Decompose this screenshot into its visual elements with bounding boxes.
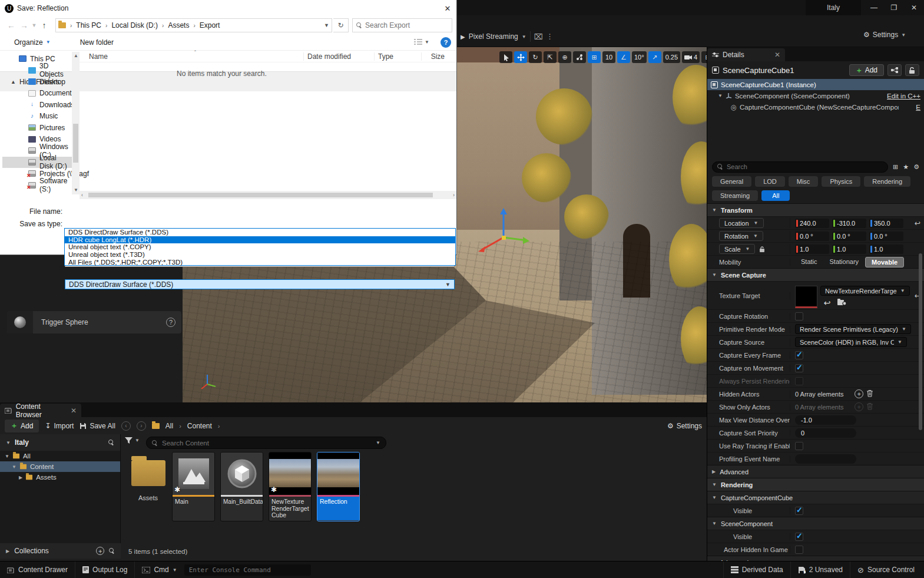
kebab-menu-icon[interactable]: ⋮ [547, 32, 554, 41]
rotation-y-field[interactable]: 0.0 ° [832, 232, 866, 241]
save-as-type-select[interactable]: DDS DirectDraw Surface (*.DDS)▼ [65, 279, 455, 289]
forward-icon[interactable]: › [137, 421, 146, 431]
address-bar[interactable]: › This PC › Local Disk (D:) › Assets › E… [55, 18, 332, 32]
texture-target-thumbnail[interactable] [795, 286, 817, 308]
derived-data-button[interactable]: Derived Data [723, 562, 790, 578]
content-drawer-button[interactable]: Content Drawer [0, 562, 75, 578]
back-icon[interactable]: ‹ [121, 421, 131, 431]
grid-snap-button[interactable]: ⊞ [588, 51, 601, 63]
minimize-button[interactable]: — [864, 0, 884, 15]
sidebar-item-documents[interactable]: Documents [2, 88, 72, 100]
sidebar-item-desktop[interactable]: Desktop [2, 76, 72, 88]
translate-gizmo[interactable] [477, 205, 530, 258]
chip-all[interactable]: All [761, 190, 790, 201]
forward-icon[interactable]: → [18, 21, 31, 30]
reset-location-button[interactable]: ↩ [915, 219, 920, 227]
rotate-tool-button[interactable]: ↻ [529, 51, 542, 63]
scroll-up-icon[interactable]: ▲ [74, 53, 78, 58]
asset-tile-rendertarget[interactable]: ✱ NewTexture RenderTarget Cube [269, 452, 312, 521]
asset-tile-main-builtdata[interactable]: Main_BuiltData [220, 452, 263, 521]
add-asset-button[interactable]: ＋Add [5, 420, 39, 432]
sidebar-item-downloads[interactable]: ↓Downloads [2, 99, 72, 111]
sidebar-item-local-disk-d[interactable]: Local Disk (D:) [2, 157, 72, 169]
capture-source-dropdown[interactable]: SceneColor (HDR) in RGB, Inv Opacity▼ [795, 337, 907, 347]
trash-icon[interactable] [866, 402, 873, 411]
scale-snap-value[interactable]: 0.25 [663, 51, 680, 63]
rotation-dropdown[interactable]: Rotation▼ [719, 231, 763, 241]
chip-physics[interactable]: Physics [822, 176, 860, 187]
dialog-close-button[interactable]: ✕ [439, 0, 456, 16]
mobility-movable[interactable]: Movable [865, 257, 904, 267]
component-row-capture-component[interactable]: ◎ CaptureComponentCube (NewSceneCaptureC… [707, 101, 924, 113]
chip-lod[interactable]: LOD [755, 176, 785, 187]
tree-item-assets[interactable]: ▶Assets [0, 472, 120, 483]
section-capture-component-cube[interactable]: ▼CaptureComponentCube [707, 491, 924, 504]
scene-component-advanced[interactable]: ▶Advanced [707, 556, 924, 561]
filter-button[interactable]: ▼ [125, 437, 140, 444]
column-name[interactable]: Name [80, 52, 303, 61]
capture-rotation-checkbox[interactable] [795, 312, 803, 321]
section-transform[interactable]: ▼Transform [707, 203, 924, 216]
close-button[interactable]: ✕ [904, 0, 924, 15]
sidebar-item-music[interactable]: ♪Music [2, 111, 72, 123]
save-all-button[interactable]: Save All [80, 422, 115, 430]
use-selected-asset-icon[interactable]: ↩ [823, 298, 832, 307]
camera-speed-button[interactable]: 4 [682, 51, 700, 63]
view-options-button[interactable]: ▼ [414, 39, 429, 45]
collections-bar[interactable]: ▶ Collections ＋ [0, 543, 121, 559]
sidebar-scrollbar[interactable]: ▲ ▼ [72, 52, 80, 194]
sort-caret-icon[interactable]: ˆ [194, 49, 196, 55]
scroll-right-icon[interactable]: › [453, 192, 455, 198]
asset-tile-assets-folder[interactable]: Assets [127, 452, 170, 501]
breadcrumb-all[interactable]: All [165, 422, 173, 430]
ccc-visible-checkbox[interactable] [795, 507, 803, 515]
chip-streaming[interactable]: Streaming [712, 190, 758, 201]
tree-item-all[interactable]: ▼All [0, 451, 120, 461]
tree-item-content[interactable]: ▼Content [0, 461, 120, 472]
use-ray-tracing-checkbox[interactable] [795, 442, 803, 450]
rotation-x-field[interactable]: 0.0 ° [795, 232, 829, 241]
scroll-left-icon[interactable]: ‹ [81, 192, 83, 198]
source-control-button[interactable]: ⊘ Source Control [850, 562, 924, 578]
close-icon[interactable]: ✕ [71, 407, 77, 415]
surface-snap-button[interactable] [573, 51, 586, 63]
scale-x-field[interactable]: 1.0 [795, 245, 829, 254]
chip-general[interactable]: General [712, 176, 751, 187]
cb-settings-button[interactable]: ⚙Settings [667, 422, 702, 430]
profiling-event-name-field[interactable] [795, 454, 856, 464]
tab-details[interactable]: Details ✕ [707, 48, 785, 61]
location-dropdown[interactable]: Location▼ [719, 218, 764, 228]
scale-lock-icon[interactable] [760, 246, 765, 252]
crumb-export[interactable]: Export [200, 21, 220, 29]
column-date-modified[interactable]: Date modified [303, 52, 374, 61]
search-icon[interactable] [108, 440, 114, 445]
up-icon[interactable]: ↑ [38, 21, 51, 30]
asset-tile-main[interactable]: ✱ Main [172, 452, 215, 521]
restore-button[interactable]: ❐ [884, 0, 904, 15]
crumb-assets[interactable]: Assets [168, 21, 189, 29]
organize-button[interactable]: Organize▼ [14, 38, 51, 47]
location-x-field[interactable]: 240.0 [795, 219, 829, 228]
texture-target-dropdown[interactable]: NewTextureRenderTarge▼ [820, 286, 910, 296]
option-copy[interactable]: Unreal object text (*.COPY) [65, 243, 455, 251]
scale-y-field[interactable]: 1.0 [832, 245, 866, 254]
breadcrumb-content[interactable]: Content [187, 422, 212, 430]
option-all-files[interactable]: All Files (*.DDS;*.HDR;*.COPY;*.T3D) [65, 258, 455, 266]
dialog-search-box[interactable] [352, 18, 452, 32]
edit-link-truncated[interactable]: E [916, 104, 920, 111]
new-folder-button[interactable]: New folder [80, 38, 114, 47]
mobility-stationary[interactable]: Stationary [824, 257, 865, 267]
sources-header[interactable]: ▼ Italy [0, 434, 120, 451]
component-row-instance[interactable]: SceneCaptureCube1 (Instance) [707, 79, 924, 90]
console-command-input[interactable] [184, 564, 311, 576]
place-actor-trigger-sphere[interactable]: Trigger Sphere ? [7, 311, 181, 333]
option-hdr[interactable]: HDR cube LongLat (*.HDR) [65, 236, 455, 244]
section-scene-component[interactable]: ▼SceneComponent [707, 517, 924, 530]
option-dds[interactable]: DDS DirectDraw Surface (*.DDS) [65, 229, 455, 236]
output-log-button[interactable]: Output Log [75, 562, 135, 578]
column-type[interactable]: Type [374, 52, 421, 61]
primitive-render-mode-dropdown[interactable]: Render Scene Primitives (Legacy)▼ [795, 324, 911, 334]
max-view-distance-field[interactable]: -1.0 [795, 415, 856, 425]
add-collection-icon[interactable]: ＋ [96, 547, 104, 555]
always-persist-checkbox[interactable] [795, 377, 803, 385]
